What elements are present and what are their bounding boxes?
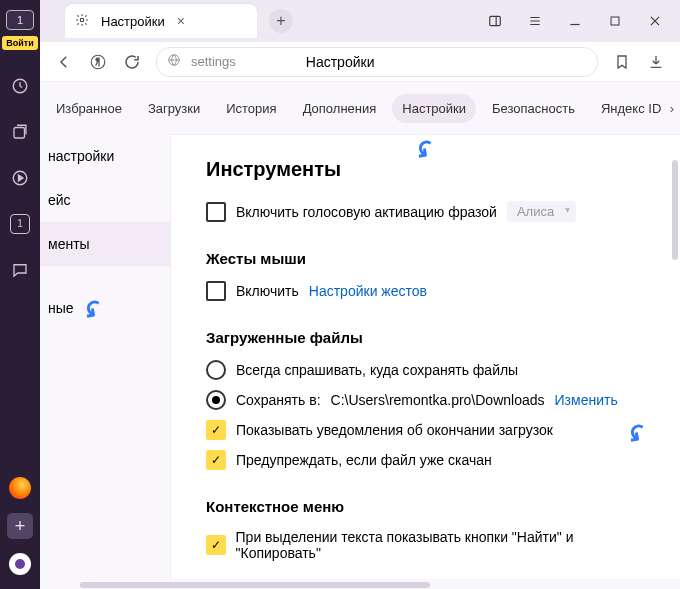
always-ask-label: Всегда спрашивать, куда сохранять файлы bbox=[236, 362, 518, 378]
voice-phrase-select[interactable]: Алиса bbox=[507, 201, 576, 222]
mouse-gestures-settings-link[interactable]: Настройки жестов bbox=[309, 283, 427, 299]
subnav-item-1[interactable]: ейс bbox=[40, 178, 170, 222]
browser-tab[interactable]: Настройки × bbox=[65, 4, 257, 38]
nav-scroll-right-icon[interactable]: › bbox=[670, 101, 674, 116]
settings-nav: Избранное Загрузки История Дополнения На… bbox=[40, 82, 680, 135]
settings-content: Инструменты Включить голосовую активацию… bbox=[170, 134, 670, 589]
save-to-label: Сохранять в: bbox=[236, 392, 321, 408]
gear-icon bbox=[75, 13, 89, 30]
login-button[interactable]: Войти bbox=[2, 36, 37, 50]
nav-favorites[interactable]: Избранное bbox=[46, 94, 132, 123]
subnav-item-2[interactable]: менты bbox=[40, 222, 170, 266]
tab-title: Настройки bbox=[101, 14, 165, 29]
section-downloads-title: Загруженные файлы bbox=[206, 329, 650, 346]
minimize-icon[interactable] bbox=[568, 14, 582, 28]
add-panel-button[interactable]: + bbox=[7, 513, 33, 539]
menu-icon[interactable] bbox=[528, 14, 542, 28]
warn-duplicate-checkbox[interactable] bbox=[206, 450, 226, 470]
show-download-notifications-label: Показывать уведомления об окончании загр… bbox=[236, 422, 553, 438]
maximize-icon[interactable] bbox=[608, 14, 622, 28]
history-icon[interactable] bbox=[10, 76, 30, 96]
mouse-gestures-label: Включить bbox=[236, 283, 299, 299]
reload-icon[interactable] bbox=[122, 52, 142, 72]
section-mouse-title: Жесты мыши bbox=[206, 250, 650, 267]
always-ask-radio[interactable] bbox=[206, 360, 226, 380]
warn-duplicate-label: Предупреждать, если файл уже скачан bbox=[236, 452, 492, 468]
badge-count: 1 bbox=[17, 14, 23, 26]
voice-activation-label: Включить голосовую активацию фразой bbox=[236, 204, 497, 220]
close-icon[interactable] bbox=[648, 14, 662, 28]
horizontal-scrollbar-thumb[interactable] bbox=[80, 582, 430, 588]
mouse-gestures-checkbox[interactable] bbox=[206, 281, 226, 301]
show-download-notifications-checkbox[interactable] bbox=[206, 420, 226, 440]
selection-buttons-checkbox[interactable] bbox=[206, 535, 226, 555]
window-controls bbox=[488, 14, 680, 28]
window-count-icon[interactable]: 1 bbox=[10, 214, 30, 234]
subnav-item-0[interactable]: настройки bbox=[40, 134, 170, 178]
back-icon[interactable] bbox=[54, 52, 74, 72]
selection-buttons-label: При выделении текста показывать кнопки "… bbox=[236, 529, 650, 561]
alice-icon[interactable] bbox=[9, 477, 31, 499]
app-sidebar: 1 Войти 1 + bbox=[0, 0, 40, 589]
collections-icon[interactable] bbox=[10, 122, 30, 142]
page-title: Настройки bbox=[306, 54, 375, 70]
nav-security[interactable]: Безопасность bbox=[482, 94, 585, 123]
svg-rect-1 bbox=[14, 128, 25, 139]
assistant-button[interactable] bbox=[9, 553, 31, 575]
tab-close-icon[interactable]: × bbox=[177, 13, 185, 29]
save-path: C:\Users\remontka.pro\Downloads bbox=[331, 392, 545, 408]
vertical-scrollbar-thumb[interactable] bbox=[672, 160, 678, 260]
nav-yandex-id[interactable]: Яндекс ID bbox=[591, 94, 671, 123]
bookmark-icon[interactable] bbox=[612, 52, 632, 72]
panel-toggle-icon[interactable] bbox=[488, 14, 502, 28]
svg-point-3 bbox=[80, 18, 84, 22]
yandex-home-icon[interactable] bbox=[88, 52, 108, 72]
horizontal-scrollbar[interactable] bbox=[40, 579, 680, 589]
section-context-title: Контекстное меню bbox=[206, 498, 650, 515]
nav-settings[interactable]: Настройки bbox=[392, 94, 476, 123]
globe-icon bbox=[167, 53, 181, 70]
address-bar: settings Настройки bbox=[40, 42, 680, 82]
title-bar: Настройки × + bbox=[40, 0, 680, 42]
change-path-link[interactable]: Изменить bbox=[555, 392, 618, 408]
nav-addons[interactable]: Дополнения bbox=[293, 94, 387, 123]
new-tab-button[interactable]: + bbox=[269, 9, 293, 33]
svg-rect-5 bbox=[611, 17, 619, 25]
chat-icon[interactable] bbox=[10, 260, 30, 280]
nav-downloads[interactable]: Загрузки bbox=[138, 94, 210, 123]
svg-rect-4 bbox=[490, 16, 501, 25]
play-icon[interactable] bbox=[10, 168, 30, 188]
tab-count-badge[interactable]: 1 bbox=[6, 10, 34, 30]
save-to-radio[interactable] bbox=[206, 390, 226, 410]
nav-history[interactable]: История bbox=[216, 94, 286, 123]
voice-activation-checkbox[interactable] bbox=[206, 202, 226, 222]
settings-subnav: настройки ейс менты ные bbox=[40, 134, 171, 589]
download-icon[interactable] bbox=[646, 52, 666, 72]
url-field[interactable]: settings Настройки bbox=[156, 47, 598, 77]
url-text: settings bbox=[191, 54, 236, 69]
